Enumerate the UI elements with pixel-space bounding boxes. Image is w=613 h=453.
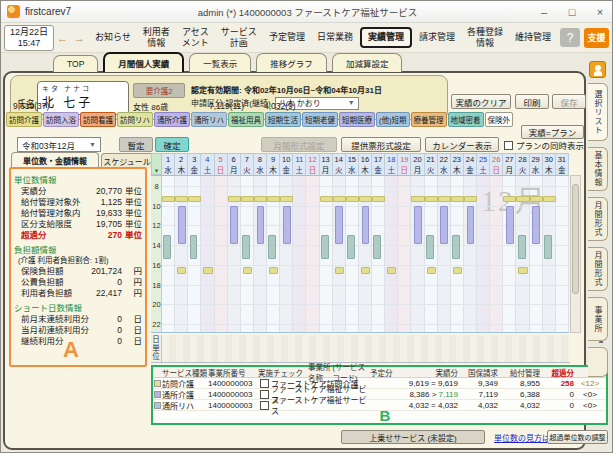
support-character-icon[interactable]: [589, 61, 606, 78]
day-number-10[interactable]: 10: [280, 154, 293, 165]
schedule-bar-rehab[interactable]: [163, 235, 171, 259]
schedule-bar-rehab[interactable]: [242, 235, 250, 259]
day-number-12[interactable]: 12: [306, 154, 319, 165]
day-number-21[interactable]: 21: [425, 154, 438, 165]
chip-(他)短期[interactable]: (他)短期: [376, 112, 410, 127]
schedule-bar-dayservice[interactable]: [335, 206, 343, 245]
schedule-bar-rehab[interactable]: [426, 235, 434, 259]
day-number-9[interactable]: 9: [267, 154, 280, 165]
tab-月間個人実績[interactable]: 月間個人実績: [103, 52, 184, 72]
schedule-bar-morning-visit[interactable]: [503, 196, 516, 202]
schedule-bar-rehab[interactable]: [373, 235, 381, 259]
day-number-6[interactable]: 6: [228, 154, 241, 165]
schedule-bar-morning-visit[interactable]: [530, 196, 543, 202]
tab-推移グラフ[interactable]: 推移グラフ: [256, 53, 327, 72]
schedule-bar-dayservice[interactable]: [230, 206, 238, 245]
support-button[interactable]: 支援: [584, 28, 609, 48]
schedule-bar-morning-visit[interactable]: [359, 196, 372, 202]
chip-療養管理[interactable]: 療養管理: [411, 112, 447, 127]
schedule-bar-rehab[interactable]: [321, 235, 329, 259]
forward-arrow-icon[interactable]: →: [71, 32, 88, 44]
confirmed-toggle[interactable]: 確定: [155, 137, 189, 152]
schedule-bar-morning-visit[interactable]: [451, 196, 464, 202]
day-number-27[interactable]: 27: [503, 154, 516, 165]
chip-訪問看護[interactable]: 訪問看護: [80, 112, 116, 127]
chip-短期医療[interactable]: 短期医療: [339, 112, 375, 127]
row-checkbox[interactable]: [260, 390, 269, 399]
nav-item-実績管理[interactable]: 実績管理: [360, 27, 412, 47]
schedule-bar-rehab[interactable]: [268, 235, 276, 259]
schedule-bar-evening-visit[interactable]: [518, 267, 527, 273]
schedule-bar-evening-visit[interactable]: [203, 267, 212, 273]
right-tab-選択リスト[interactable]: 選択リスト: [588, 83, 608, 141]
day-number-2[interactable]: 2: [175, 154, 188, 165]
schedule-bar-rehab[interactable]: [347, 235, 355, 259]
schedule-bar-evening-visit[interactable]: [335, 267, 344, 273]
day-number-4[interactable]: 4: [201, 154, 214, 165]
schedule-bar-morning-visit[interactable]: [333, 196, 346, 202]
schedule-bar-dayservice[interactable]: [178, 206, 186, 245]
schedule-bar-evening-visit[interactable]: [269, 267, 278, 273]
tab-一覧表示[interactable]: 一覧表示: [189, 53, 251, 72]
schedule-bar-rehab[interactable]: [518, 235, 526, 259]
right-tab-月間形式[interactable]: 月間形式: [588, 197, 608, 241]
schedule-bar-dayservice[interactable]: [467, 206, 475, 245]
schedule-bar-dayservice[interactable]: [414, 206, 422, 245]
schedule-bar-evening-visit[interactable]: [177, 267, 186, 273]
day-number-1[interactable]: 1: [162, 154, 175, 165]
schedule-bar-morning-visit[interactable]: [372, 196, 385, 202]
schedule-bar-evening-visit[interactable]: [361, 267, 370, 273]
chip-保険外[interactable]: 保険外: [485, 112, 514, 127]
month-select[interactable]: 令和03年12月 ▼: [17, 137, 101, 152]
table-row-通所介護[interactable]: 通所介護1400000003ファーストケア福祉サービス8,386 > 7,119…: [153, 389, 606, 400]
day-number-30[interactable]: 30: [543, 154, 556, 165]
schedule-bar-morning-visit[interactable]: [464, 196, 477, 202]
form-format-button[interactable]: 提供票形式設定: [341, 137, 421, 152]
tab-加減算設定[interactable]: 加減算設定: [332, 53, 403, 72]
schedule-bar-morning-visit[interactable]: [280, 196, 293, 202]
day-number-17[interactable]: 17: [372, 154, 385, 165]
save-button[interactable]: 保存: [552, 94, 586, 109]
grid-scroll-thumb[interactable]: [572, 184, 579, 294]
nav-item-各種登録情報[interactable]: 各種登録情報: [462, 25, 508, 49]
back-arrow-icon[interactable]: ←: [54, 32, 71, 44]
grid-day-column-19[interactable]: [398, 176, 411, 332]
row-checkbox[interactable]: [260, 379, 269, 388]
tab-units-amount[interactable]: 単位数・金額情報: [11, 152, 99, 167]
day-number-20[interactable]: 20: [411, 154, 424, 165]
row-checkbox[interactable]: [260, 401, 269, 410]
schedule-bar-morning-visit[interactable]: [543, 196, 556, 202]
schedule-bar-rehab[interactable]: [544, 235, 552, 259]
chip-短期生活[interactable]: 短期生活: [265, 112, 301, 127]
day-number-24[interactable]: 24: [464, 154, 477, 165]
day-number-25[interactable]: 25: [477, 154, 490, 165]
right-tab-基本情報[interactable]: 基本情報: [588, 147, 608, 191]
calendar-view-button[interactable]: カレンダー表示: [425, 137, 499, 152]
provisional-toggle[interactable]: 暫定: [119, 137, 153, 152]
schedule-bar-morning-visit[interactable]: [175, 196, 188, 202]
chip-訪問リハ[interactable]: 訪問リハ: [117, 112, 153, 127]
schedule-bar-morning-visit[interactable]: [411, 196, 424, 202]
schedule-bar-rehab[interactable]: [190, 235, 198, 259]
grid-day-column-18[interactable]: [385, 176, 398, 332]
print-button[interactable]: 印刷: [515, 94, 549, 109]
nav-item-請求管理[interactable]: 請求管理: [414, 30, 460, 44]
day-number-8[interactable]: 8: [254, 154, 267, 165]
day-number-11[interactable]: 11: [293, 154, 306, 165]
schedule-bar-dayservice[interactable]: [257, 206, 265, 245]
schedule-bar-morning-visit[interactable]: [346, 196, 359, 202]
schedule-bar-morning-visit[interactable]: [241, 196, 254, 202]
schedule-bar-morning-visit[interactable]: [162, 196, 175, 202]
schedule-bar-morning-visit[interactable]: [267, 196, 280, 202]
grid-day-column-5[interactable]: [215, 176, 228, 332]
schedule-bar-dayservice[interactable]: [362, 206, 370, 245]
tab-TOP[interactable]: TOP: [53, 55, 98, 72]
chip-訪問介護[interactable]: 訪問介護: [6, 112, 42, 127]
nav-item-アセスメント[interactable]: アセスメント: [177, 25, 214, 49]
chip-福祉用具[interactable]: 福祉用具: [228, 112, 264, 127]
day-number-22[interactable]: 22: [438, 154, 451, 165]
day-number-28[interactable]: 28: [516, 154, 529, 165]
grid-day-column-31[interactable]: [556, 176, 569, 332]
nav-item-予定管理[interactable]: 予定管理: [264, 30, 310, 44]
day-number-31[interactable]: 31: [556, 154, 569, 165]
